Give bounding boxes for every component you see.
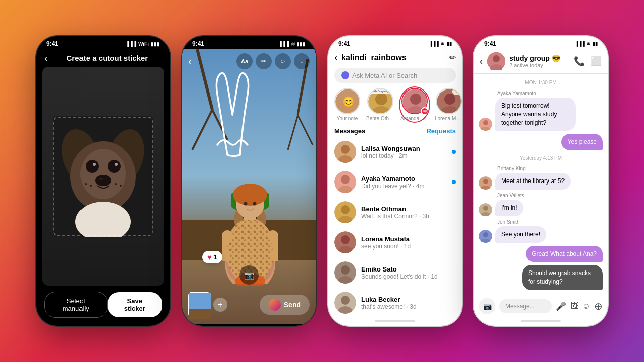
sticker-tool-button[interactable]: ☺ bbox=[275, 53, 291, 69]
lorena-info: Lorena Mustafa see you soon! · 1d bbox=[361, 235, 456, 250]
dm-item-agnes[interactable]: Agnes Delos Reyes lmao · 4h bbox=[328, 318, 462, 318]
select-manually-button[interactable]: Select manually bbox=[44, 292, 108, 318]
story-bottom-bar: + Send bbox=[182, 292, 316, 318]
gc-sub: 2 active today bbox=[509, 62, 570, 68]
draw-tool-button[interactable]: ✏ bbox=[256, 53, 272, 69]
jon-bubble: See you there! bbox=[495, 226, 546, 243]
emiko-preview: Sounds good! Let's do it · 1d bbox=[361, 273, 456, 280]
svg-point-58 bbox=[341, 145, 350, 154]
snacks-bubble: Should we grab snacks for studying? bbox=[522, 265, 603, 290]
phone-call-icon[interactable]: 📞 bbox=[574, 56, 585, 67]
ayaka-sender-name: Ayaka Yamamoto bbox=[497, 90, 603, 96]
ayaka-preview: Did you leave yet? · 4m bbox=[361, 183, 447, 190]
status-icons-3: ▐▐▐ ≋ ▮▮ bbox=[429, 41, 452, 46]
ayaka-avatar bbox=[334, 171, 356, 193]
image-icon[interactable]: 🖼 bbox=[570, 302, 578, 311]
dm-item-lalisa[interactable]: Lalisa Wongsuwan lol not today · 2m bbox=[328, 137, 462, 167]
jean-msg-row-1: I'm in! bbox=[479, 200, 603, 216]
svg-point-52 bbox=[410, 94, 421, 105]
lalisa-avatar bbox=[334, 141, 356, 163]
story-toolbar: ‹ Aa ✏ ☺ ↓ bbox=[182, 53, 316, 69]
svg-point-8 bbox=[115, 163, 118, 166]
dm-back-button[interactable]: ‹ bbox=[334, 52, 337, 63]
message-input[interactable]: Message... bbox=[499, 299, 552, 313]
brittany-msg-row: Meet at the library at 5? bbox=[479, 173, 603, 190]
sticker-icon[interactable]: ☺ bbox=[582, 302, 590, 311]
emiko-info: Emiko Sato Sounds good! Let's do it · 1d bbox=[361, 265, 456, 280]
search-bar[interactable]: Ask Meta AI or Search bbox=[334, 68, 456, 83]
chat-camera-button[interactable]: 📷 bbox=[479, 298, 495, 314]
story-item-bente[interactable]: Who's going to be in SF? Bente Othman bbox=[366, 88, 394, 121]
svg-point-51 bbox=[403, 89, 428, 114]
time-divider-2: Yesterday 4:13 PM bbox=[479, 155, 603, 161]
dm-header: ‹ kalindi_rainbows ✏ bbox=[328, 49, 462, 66]
plus-icon[interactable]: ⊕ bbox=[594, 300, 603, 312]
svg-point-67 bbox=[341, 235, 350, 244]
amanda-badge: ✉ bbox=[421, 107, 429, 115]
svg-point-64 bbox=[341, 205, 350, 214]
input-actions: 🎤 🖼 ☺ ⊕ bbox=[556, 300, 603, 312]
save-sticker-button[interactable]: Save sticker bbox=[108, 292, 162, 317]
wifi-2: ≋ bbox=[291, 41, 295, 47]
phone-dm-list: 9:41 ▐▐▐ ≋ ▮▮ ‹ kalindi_rainbows ✏ Ask M… bbox=[327, 35, 463, 327]
video-call-icon[interactable]: ⬜ bbox=[591, 56, 602, 67]
battery-icon: ▮▮▮ bbox=[151, 41, 160, 47]
svg-point-49 bbox=[375, 93, 387, 105]
lorena-note: 😊 bbox=[452, 88, 462, 95]
signal-2: ▐▐▐ bbox=[278, 41, 289, 47]
svg-point-15 bbox=[120, 185, 122, 187]
search-placeholder-text: Ask Meta AI or Search bbox=[352, 72, 417, 79]
back-button[interactable]: ‹ bbox=[44, 52, 48, 64]
story-thumbnail[interactable] bbox=[188, 292, 210, 318]
mic-icon[interactable]: 🎤 bbox=[556, 302, 566, 311]
sticker-title: Create a cutout sticker bbox=[53, 54, 162, 62]
bente-info: Bente Othman Wait, is that Connor? · 3h bbox=[361, 205, 456, 220]
gc-back-button[interactable]: ‹ bbox=[480, 56, 483, 67]
phone-sticker: 9:41 ▐▐▐ WiFi ▮▮▮ ‹ Create a cutout stic… bbox=[35, 35, 171, 327]
dm-item-lorena[interactable]: Lorena Mustafa see you soon! · 1d bbox=[328, 227, 462, 257]
story-item-amanda[interactable]: ✉ Amanda Smith bbox=[400, 88, 429, 121]
lorena-label: Lorena Musta... bbox=[435, 116, 462, 121]
group-avatar bbox=[487, 52, 505, 70]
svg-point-12 bbox=[85, 183, 87, 185]
story-back-button[interactable]: ‹ bbox=[188, 56, 192, 67]
download-tool-button[interactable]: ↓ bbox=[294, 53, 310, 69]
svg-text:😊: 😊 bbox=[342, 96, 355, 108]
group-chat-header: ‹ study group 😎 2 active today 📞 ⬜ bbox=[474, 49, 608, 74]
send-button[interactable]: Send bbox=[260, 295, 310, 315]
time-1: 9:41 bbox=[46, 40, 58, 47]
camera-icon[interactable]: 📷 bbox=[239, 265, 259, 285]
add-story-button[interactable]: + bbox=[213, 298, 227, 312]
dm-item-emiko[interactable]: Emiko Sato Sounds good! Let's do it · 1d bbox=[328, 257, 462, 288]
sent-snacks-row: Should we grab snacks for studying? bbox=[479, 265, 603, 290]
lalisa-info: Lalisa Wongsuwan lol not today · 2m bbox=[361, 145, 447, 159]
status-bar-1: 9:41 ▐▐▐ WiFi ▮▮▮ bbox=[36, 36, 170, 49]
dm-item-ayaka[interactable]: Ayaka Yamamoto Did you leave yet? · 4m bbox=[328, 167, 462, 197]
dm-item-luka[interactable]: Luka Becker that's awesome! · 3d bbox=[328, 288, 462, 318]
dm-edit-button[interactable]: ✏ bbox=[449, 53, 456, 62]
jon-sender-name: Jon Smith bbox=[497, 219, 603, 225]
group-chat-content: ‹ study group 😎 2 active today 📞 ⬜ MON 1… bbox=[474, 49, 608, 324]
status-icons-4: ▐▐▐ ≋ ▮▮ bbox=[575, 41, 598, 46]
signal-3: ▐▐▐ bbox=[429, 41, 439, 46]
jean-sender-1: Jean Vallets bbox=[497, 193, 603, 198]
ayaka-name: Ayaka Yamamoto bbox=[361, 175, 447, 183]
brittany-bubble: Meet at the library at 5? bbox=[495, 173, 571, 190]
amanda-avatar bbox=[401, 88, 428, 114]
emiko-avatar bbox=[334, 261, 356, 284]
gc-info: study group 😎 2 active today bbox=[509, 54, 570, 68]
phone-group-chat: 9:41 ▐▐▐ ≋ ▮▮ ‹ study group 😎 2 active t… bbox=[473, 35, 609, 327]
story-item-lorena[interactable]: 😊 Lorena Musta... bbox=[435, 88, 462, 121]
story-item-your-note[interactable]: 😊 Your note bbox=[334, 88, 360, 121]
requests-link[interactable]: Requests bbox=[426, 127, 456, 135]
emiko-name: Emiko Sato bbox=[361, 265, 456, 273]
dm-item-bente[interactable]: Bente Othman Wait, is that Connor? · 3h bbox=[328, 197, 462, 227]
lalisa-preview: lol not today · 2m bbox=[361, 152, 447, 159]
luka-preview: that's awesome! · 3d bbox=[361, 303, 456, 310]
scroll-indicator bbox=[375, 320, 415, 322]
svg-point-73 bbox=[341, 296, 350, 305]
svg-point-9 bbox=[95, 175, 111, 186]
lalisa-name: Lalisa Wongsuwan bbox=[361, 145, 447, 152]
text-tool-button[interactable]: Aa bbox=[236, 53, 253, 69]
wifi-icon: WiFi bbox=[138, 41, 149, 47]
